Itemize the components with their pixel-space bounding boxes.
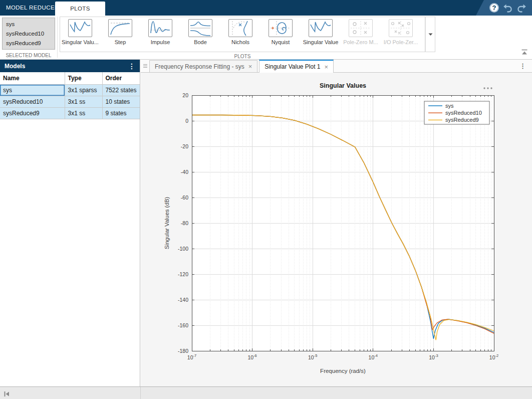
model-order-cell[interactable]: 9 states [102, 108, 140, 119]
model-order-cell[interactable]: 10 states [102, 96, 140, 108]
gallery-item-label: Singular Valu... [62, 39, 99, 45]
gallery-item-impulse[interactable]: Impulse [140, 17, 180, 45]
model-name-cell[interactable]: sysReduced9 [0, 108, 65, 119]
bottom-status-bar [0, 386, 532, 399]
table-row-sysReduced9[interactable]: sysReduced93x1 ss9 states [0, 108, 140, 119]
tab-singular-value-plot[interactable]: Singular Value Plot 1 × [259, 60, 334, 73]
plot-legend[interactable]: syssysReduced10sysReduced9 [424, 101, 489, 124]
selected-model-section-label: SELECTED MODEL [0, 53, 57, 58]
x-axis-label: Frequency (rad/s) [320, 368, 366, 374]
x-tick-label: 10-2 [489, 353, 498, 360]
plots-gallery: Singular Valu...StepImpulseBodeNicholsNy… [60, 17, 425, 52]
table-row-sys[interactable]: sys3x1 sparss7522 states [0, 85, 140, 96]
gallery-item-i-o-pole-zer: I/O Pole-Zer... [381, 17, 421, 45]
gallery-item-label: Bode [194, 39, 207, 45]
help-button[interactable]: ? [489, 3, 499, 13]
legend-entry-label: sys [445, 103, 454, 109]
y-axis-label: Singular Values (dB) [164, 197, 170, 250]
gallery-item-label: I/O Pole-Zer... [384, 39, 418, 45]
main-area: Models ⋮ NameTypeOrder sys3x1 sparss7522… [0, 60, 532, 386]
document-area: Frequency Response Fitting - sys × Singu… [141, 60, 532, 386]
y-tick-label: -60 [181, 194, 188, 201]
pole-zero-icon [349, 19, 373, 37]
y-tick-label: -100 [178, 246, 188, 252]
section-divider [57, 17, 58, 58]
close-icon[interactable]: × [325, 63, 329, 71]
axes-toolbar-more-icon[interactable] [483, 87, 492, 89]
x-tick-label: 10-4 [369, 353, 378, 360]
gallery-item-label: Impulse [151, 39, 170, 45]
gallery-item-bode[interactable]: Bode [180, 17, 220, 45]
tab-plots[interactable]: PLOTS [55, 2, 105, 16]
gallery-item-singular-valu[interactable]: Singular Valu... [60, 17, 100, 45]
collapse-ribbon-button[interactable] [520, 48, 528, 57]
y-tick-label: 20 [182, 92, 188, 98]
tab-drag-grip-icon[interactable] [141, 60, 149, 72]
y-tick-label: -80 [181, 220, 188, 226]
model-type-cell[interactable]: 3x1 ss [65, 108, 102, 119]
x-tick-label: 10-3 [429, 353, 438, 360]
selected-model-line: sysReduced10 [6, 29, 51, 39]
x-tick-label: 10-5 [308, 353, 317, 360]
plot-title: Singular Values [320, 82, 366, 89]
gallery-item-pole-zero-m: Pole-Zero M... [341, 17, 381, 45]
y-tick-label: -40 [181, 169, 188, 175]
model-name-cell[interactable]: sysReduced10 [0, 96, 65, 108]
model-order-cell[interactable]: 7522 states [102, 85, 140, 96]
collapse-ribbon-icon [520, 49, 528, 55]
chevron-down-icon [428, 33, 433, 36]
y-tick-label: -160 [178, 322, 188, 328]
y-tick-label: -20 [181, 143, 188, 149]
model-type-cell[interactable]: 3x1 sparss [65, 85, 102, 96]
models-panel: Models ⋮ NameTypeOrder sys3x1 sparss7522… [0, 60, 140, 386]
step-icon [108, 19, 132, 37]
y-tick-label: -120 [178, 271, 188, 277]
nyquist-icon [269, 19, 293, 37]
models-menu-icon[interactable]: ⋮ [128, 63, 135, 70]
tab-frequency-response-fitting[interactable]: Frequency Response Fitting - sys × [149, 60, 257, 72]
models-panel-header: Models ⋮ [0, 60, 140, 72]
tab-label: Frequency Response Fitting - sys [155, 63, 244, 70]
model-name-cell[interactable]: sys [0, 85, 65, 96]
gallery-item-label: Nyquist [272, 39, 290, 45]
x-tick-label: 10-6 [247, 353, 256, 360]
gallery-item-nichols[interactable]: Nichols [220, 17, 260, 45]
gallery-item-step[interactable]: Step [100, 17, 140, 45]
models-panel-title: Models [5, 63, 25, 70]
close-icon[interactable]: × [248, 63, 252, 70]
singular-values-plot[interactable]: 200-20-40-60-80-100-120-140-160-18010-71… [141, 73, 532, 386]
gallery-dropdown-button[interactable] [425, 17, 435, 52]
ribbon-plots-tab: sys sysReduced10 sysReduced9 SELECTED MO… [0, 16, 532, 60]
model-type-cell[interactable]: 3x1 ss [65, 96, 102, 108]
io-pole-zero-icon [389, 19, 413, 37]
y-tick-label: -180 [178, 348, 188, 354]
nichols-icon [228, 19, 252, 37]
toolstrip-tab-bar: MODEL REDUCER PLOTS ? [0, 0, 532, 16]
gallery-item-label: Nichols [231, 39, 249, 45]
tab-label: Singular Value Plot 1 [264, 63, 320, 70]
singular-value-icon [68, 19, 92, 37]
selected-model-line: sys [6, 20, 51, 29]
x-tick-label: 10-7 [187, 353, 196, 360]
gallery-item-label: Step [115, 39, 126, 45]
column-header-name[interactable]: Name [0, 72, 65, 85]
singular-value-icon [309, 19, 333, 37]
gallery-item-nyquist[interactable]: Nyquist [260, 17, 301, 45]
panel-divider [140, 387, 141, 399]
gallery-item-singular-value[interactable]: Singular Value [301, 17, 341, 45]
selected-model-line: sysReduced9 [6, 39, 51, 48]
column-header-type[interactable]: Type [65, 72, 102, 85]
figure-canvas[interactable]: 200-20-40-60-80-100-120-140-160-18010-71… [141, 73, 532, 386]
redo-icon[interactable] [516, 3, 527, 13]
legend-entry-label: sysReduced9 [445, 117, 479, 123]
legend-entry-label: sysReduced10 [445, 110, 482, 116]
selected-model-box[interactable]: sys sysReduced10 sysReduced9 [2, 18, 55, 50]
y-tick-label: -140 [178, 297, 188, 303]
collapse-panel-button[interactable] [4, 390, 10, 399]
undo-icon[interactable] [502, 3, 513, 13]
document-tab-bar: Frequency Response Fitting - sys × Singu… [141, 60, 532, 73]
bode-icon [188, 19, 212, 37]
column-header-order[interactable]: Order [102, 72, 140, 85]
document-menu-icon[interactable]: ⋮ [519, 63, 526, 69]
table-row-sysReduced10[interactable]: sysReduced103x1 ss10 states [0, 96, 140, 108]
